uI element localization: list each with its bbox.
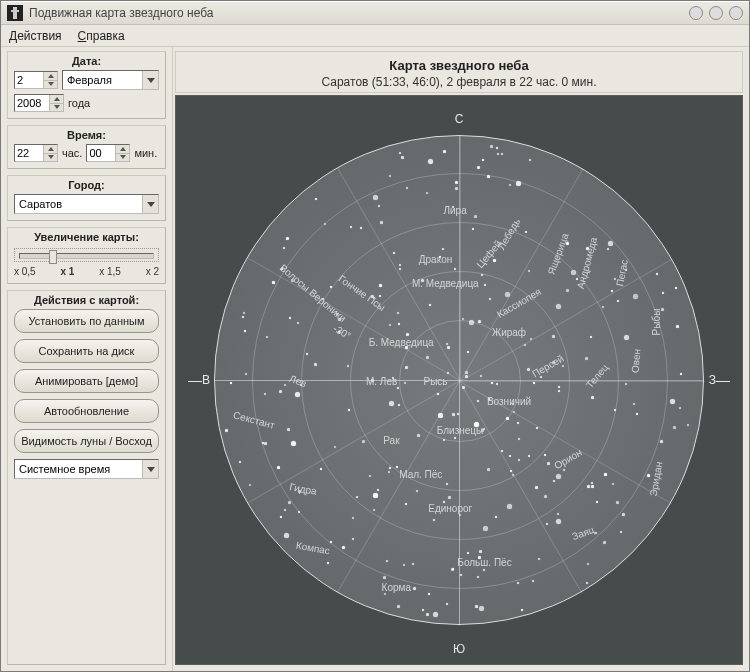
btn-animate-demo[interactable]: Анимировать [демо]: [14, 369, 159, 393]
year-suffix: года: [68, 97, 90, 109]
min-up[interactable]: [116, 145, 129, 154]
month-value: Февраля: [63, 71, 142, 89]
year-down[interactable]: [50, 104, 63, 112]
hour-up[interactable]: [44, 145, 57, 154]
minimize-button[interactable]: [689, 6, 703, 20]
hour-suffix: час.: [62, 147, 82, 159]
chevron-down-icon[interactable]: [142, 71, 158, 89]
panel-time-title: Время:: [14, 129, 159, 141]
constellation-label: Корма: [382, 581, 411, 592]
hour-down[interactable]: [44, 154, 57, 162]
btn-moon-visibility[interactable]: Видимость луны / Восход: [14, 429, 159, 453]
panel-time: Время: час. мин.: [7, 125, 166, 169]
chevron-down-icon[interactable]: [142, 460, 158, 478]
year-spinner[interactable]: [14, 94, 64, 112]
menu-actions[interactable]: Действия: [9, 29, 62, 43]
panel-zoom: Увеличение карты: x 0,5 x 1 x 1,5 x 2: [7, 227, 166, 284]
titlebar: Подвижная карта звездного неба: [1, 1, 749, 25]
svg-rect-1: [11, 10, 19, 12]
sky-disc: ЛираДраконМ. МедведицаЛебедьЦефейАндроме…: [214, 135, 704, 625]
day-spinner[interactable]: [14, 71, 58, 89]
compass-south: Ю: [453, 642, 465, 656]
month-select[interactable]: Февраля: [62, 70, 159, 90]
window-title: Подвижная карта звездного неба: [29, 6, 689, 20]
btn-set-from-data[interactable]: Установить по данным: [14, 309, 159, 333]
panel-date: Дата: Февраля года: [7, 51, 166, 119]
sky-chart[interactable]: С Ю В З — — ЛираДраконМ. МедведицаЛебедь…: [175, 95, 743, 665]
compass-north: С: [455, 112, 464, 126]
zoom-thumb[interactable]: [49, 250, 57, 264]
city-select[interactable]: Саратов: [14, 194, 159, 214]
zoom-slider[interactable]: [14, 248, 159, 262]
systime-select[interactable]: Системное время: [14, 459, 159, 479]
panel-actions: Действия с картой: Установить по данным …: [7, 290, 166, 665]
panel-zoom-title: Увеличение карты:: [14, 231, 159, 243]
hour-input[interactable]: [15, 145, 43, 161]
min-spinner[interactable]: [86, 144, 130, 162]
chart-title: Карта звездного неба: [180, 58, 738, 73]
btn-save-to-disk[interactable]: Сохранить на диск: [14, 339, 159, 363]
compass-west: З: [709, 373, 716, 387]
day-down[interactable]: [44, 81, 57, 89]
close-button[interactable]: [729, 6, 743, 20]
menu-help[interactable]: Справка: [78, 29, 125, 43]
menubar: Действия Справка: [1, 25, 749, 47]
chevron-down-icon[interactable]: [142, 195, 158, 213]
min-input[interactable]: [87, 145, 115, 161]
compass-east: В: [202, 373, 210, 387]
btn-autoupdate[interactable]: Автообновление: [14, 399, 159, 423]
panel-date-title: Дата:: [14, 55, 159, 67]
year-up[interactable]: [50, 95, 63, 104]
systime-value: Системное время: [15, 460, 142, 478]
panel-city: Город: Саратов: [7, 175, 166, 221]
sidebar: Дата: Февраля года: [1, 47, 173, 671]
panel-city-title: Город:: [14, 179, 159, 191]
hour-spinner[interactable]: [14, 144, 58, 162]
day-input[interactable]: [15, 72, 43, 88]
app-icon: [7, 5, 23, 21]
chart-subtitle: Саратов (51:33, 46:0), 2 февраля в 22 ча…: [180, 75, 738, 89]
svg-rect-0: [13, 7, 17, 19]
chart-header: Карта звездного неба Саратов (51:33, 46:…: [175, 51, 743, 93]
main-area: Карта звездного неба Саратов (51:33, 46:…: [173, 47, 749, 671]
city-value: Саратов: [15, 195, 142, 213]
dash-west: —: [716, 372, 730, 388]
year-input[interactable]: [15, 95, 49, 111]
constellation-label: Компас: [295, 539, 331, 556]
zoom-ticks: x 0,5 x 1 x 1,5 x 2: [14, 266, 159, 277]
dash-east: —: [188, 372, 202, 388]
min-down[interactable]: [116, 154, 129, 162]
panel-actions-title: Действия с картой:: [14, 294, 159, 306]
day-up[interactable]: [44, 72, 57, 81]
maximize-button[interactable]: [709, 6, 723, 20]
min-suffix: мин.: [134, 147, 157, 159]
